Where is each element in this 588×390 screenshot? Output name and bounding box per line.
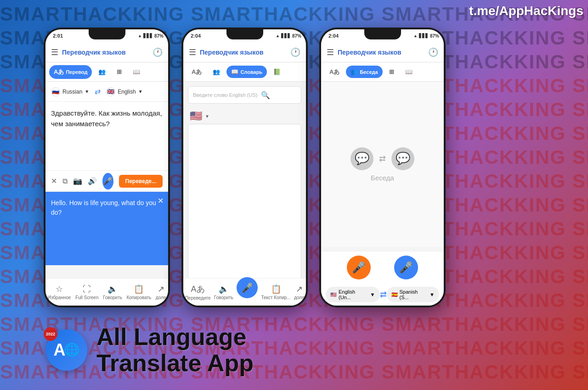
close-result-button[interactable]: ✕ — [158, 196, 164, 205]
input-area-1[interactable]: Здравствуйте. Как жизнь молодая, чем зан… — [45, 102, 168, 171]
history-icon-2[interactable]: 🕐 — [290, 47, 300, 57]
signal-icon-1: ▋▋▋ — [143, 33, 153, 38]
tab-people-2[interactable]: 👥 — [208, 66, 225, 78]
dict-content-area — [188, 124, 301, 298]
dict-search-box[interactable]: Введите слово English (US) 🔍 — [188, 86, 301, 104]
tab-people-1[interactable]: 👥 — [94, 66, 110, 78]
speaker-icon-1[interactable]: 🔊 — [88, 177, 97, 185]
search-icon-2[interactable]: 🔍 — [261, 91, 270, 100]
translate-icon-2: Aあ — [192, 68, 202, 76]
menu-icon-2[interactable]: ☰ — [189, 47, 196, 57]
book-icon-3: 📖 — [405, 68, 413, 75]
tab-translate-3[interactable]: Aあ — [325, 65, 344, 79]
app-header-3: ☰ Переводчик языков 🕐 — [321, 42, 444, 62]
conversation-empty-state: 💬 ⇄ 💬 Беседа — [321, 82, 444, 247]
notch-1 — [89, 29, 125, 39]
signal-icon-2: ▋▋▋ — [281, 33, 291, 38]
tab-bar-3: Aあ 👥 Беседа ⊞ 📖 — [321, 62, 444, 82]
dict-flag-chevron[interactable]: ▼ — [205, 114, 209, 119]
input-text-1: Здравствуйте. Как жизнь молодая, чем зан… — [51, 109, 162, 128]
logo-translate-icon: 🌐 — [64, 342, 80, 357]
conv-bubble-icon-left: 💬 — [351, 147, 373, 170]
top-watermark: t.me/AppHacKings — [469, 4, 583, 18]
tab-translate-1[interactable]: Aあ Перевод — [49, 65, 92, 79]
tab-book-2[interactable]: 📗 — [269, 66, 285, 78]
target-lang-label: English — [118, 89, 136, 95]
dict-nav-speak[interactable]: 🔈 Говорить — [214, 284, 233, 300]
conv-swap-button[interactable]: ⇄ — [380, 290, 387, 300]
tab-book-3[interactable]: 📖 — [401, 66, 417, 78]
dict-bottom-bar: Aあ Переведите 🔈 Говорить 🎤 📋 Текст Копир… — [183, 278, 306, 306]
translate-button-1[interactable]: Переведе... — [119, 175, 163, 188]
tab-bar-1: Aあ Перевод 👥 ⊞ 📖 — [45, 62, 168, 82]
dict-nav-translate[interactable]: Aあ Переведите — [185, 284, 211, 301]
dict-nav-share[interactable]: ↗ доля — [294, 284, 304, 300]
mic-blue-button[interactable]: 🎤 — [394, 256, 418, 279]
tab-grid-1[interactable]: ⊞ — [112, 66, 126, 78]
wifi-icon-2: ▲ — [276, 33, 280, 38]
dict-nav-share-label: доля — [294, 295, 304, 300]
translate-icon-nav: Aあ — [191, 284, 205, 295]
menu-icon-3[interactable]: ☰ — [327, 47, 334, 57]
tab-dictionary-2[interactable]: 📖 Словарь — [226, 66, 267, 78]
share-icon: ↗ — [158, 284, 164, 294]
battery-1: 87% — [154, 33, 164, 39]
source-lang-pill[interactable]: 🇺🇸 English (Un... ▼ — [326, 287, 380, 302]
nav-fullscreen[interactable]: ⛶ Full Screen — [75, 284, 99, 300]
mic-button-1[interactable]: 🎤 — [102, 173, 113, 189]
notch-3 — [364, 29, 401, 39]
menu-icon-1[interactable]: ☰ — [51, 47, 58, 57]
app-title-line2: Translate App — [96, 350, 254, 376]
swap-langs-button[interactable]: ⇄ — [95, 87, 101, 96]
conv-mics: 🎤 🎤 — [321, 251, 444, 284]
close-icon-1[interactable]: ✕ — [51, 177, 57, 185]
tab-bar-2: Aあ 👥 📖 Словарь 📗 — [183, 62, 306, 82]
source-lang-label: Russian — [62, 89, 82, 95]
people-icon-2: 👥 — [213, 68, 220, 75]
lang-selector-1: 🇷🇺 Russian ▼ ⇄ 🇬🇧 English ▼ — [45, 82, 168, 102]
translate-icon-1: Aあ — [54, 68, 64, 76]
app-header-2: ☰ Переводчик языков 🕐 — [183, 42, 306, 62]
nav-copy[interactable]: 📋 Копировать — [126, 284, 151, 300]
tab-translate-label-1: Перевод — [66, 69, 87, 75]
tab-conversation-label-3: Беседа — [360, 69, 378, 75]
tab-grid-3[interactable]: ⊞ — [384, 66, 399, 78]
logo-badge: 2022 — [44, 327, 57, 341]
wifi-icon-3: ▲ — [413, 33, 418, 38]
tab-translate-2[interactable]: Aあ — [187, 65, 206, 79]
mic-orange-button[interactable]: 🎤 — [347, 256, 371, 279]
source-lang-btn[interactable]: 🇷🇺 Russian ▼ — [51, 87, 89, 96]
history-icon-3[interactable]: 🕐 — [428, 47, 438, 57]
tab-book-1[interactable]: 📖 — [128, 66, 145, 78]
book-icon-1: 📖 — [133, 68, 140, 75]
nav-favorites[interactable]: ☆ Избранное — [48, 284, 71, 300]
result-box-1: Hello. How is life young, what do you do… — [45, 192, 168, 265]
dict-flag[interactable]: 🇺🇸 — [190, 110, 202, 122]
copy-icon-1[interactable]: ⧉ — [62, 177, 68, 185]
nav-speak-label: Говорить — [103, 295, 122, 300]
bottom-section: 2022 A 🌐 All Language Translate App — [46, 324, 254, 376]
bottom-nav-1: ☆ Избранное ⛶ Full Screen 🔈 Говорить 📋 К… — [45, 278, 168, 306]
camera-icon-1[interactable]: 📷 — [73, 177, 82, 185]
target-flag-3: 🇪🇸 — [391, 292, 398, 298]
english-flag: 🇬🇧 — [106, 87, 115, 96]
grid-icon-1: ⊞ — [117, 68, 122, 75]
conv-bottom-3: 🎤 🎤 🇺🇸 English (Un... ▼ ⇄ 🇪🇸 Spanish (S.… — [321, 251, 444, 306]
source-lang-chevron-3: ▼ — [370, 292, 375, 297]
star-icon: ☆ — [56, 284, 63, 294]
dict-mic-button[interactable]: 🎤 — [237, 277, 258, 298]
grid-icon-3: ⊞ — [389, 68, 394, 75]
phone-3: 2:04 ▲ ▋▋▋ 87% ☰ Переводчик языков 🕐 Aあ — [319, 28, 446, 307]
tab-conversation-3[interactable]: 👥 Беседа — [346, 66, 382, 78]
target-lang-label-3: Spanish (S... — [400, 289, 428, 300]
status-icons-3: ▲ ▋▋▋ 87% — [413, 33, 439, 39]
nav-speak[interactable]: 🔈 Говорить — [103, 284, 122, 300]
dict-nav-copy[interactable]: 📋 Текст Копир... — [261, 284, 290, 300]
speak-icon-nav2: 🔈 — [219, 284, 229, 294]
target-lang-btn[interactable]: 🇬🇧 English ▼ — [106, 87, 142, 96]
phones-container: 2:01 ▲ ▋▋▋ 87% ☰ Переводчик языков 🕐 Aあ … — [44, 28, 446, 307]
nav-share[interactable]: ↗ доля — [156, 284, 166, 300]
fullscreen-icon: ⛶ — [83, 284, 91, 294]
history-icon-1[interactable]: 🕐 — [153, 47, 163, 57]
target-lang-pill[interactable]: 🇪🇸 Spanish (S... ▼ — [387, 287, 440, 302]
